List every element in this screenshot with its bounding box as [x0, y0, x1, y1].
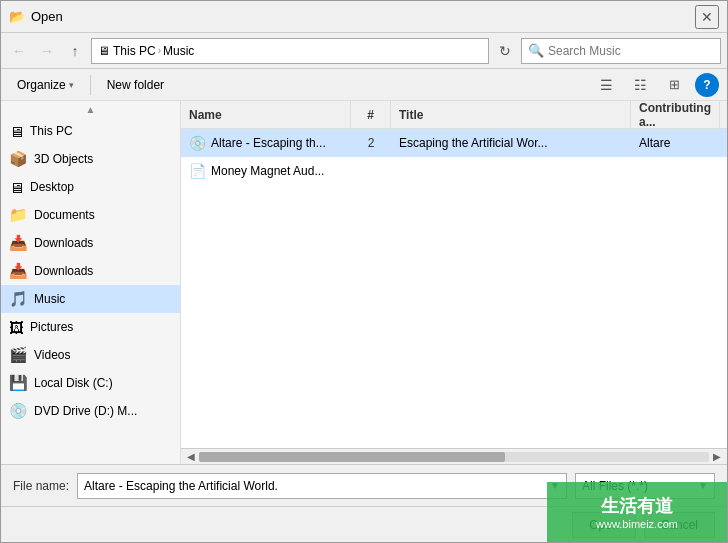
breadcrumb-bar: 🖥 This PC › Music: [91, 38, 489, 64]
hscroll-track[interactable]: [199, 452, 709, 462]
col-header-num[interactable]: #: [351, 101, 391, 128]
file-cell-contrib-2: [631, 157, 727, 184]
sidebar-3d-label: 3D Objects: [34, 152, 93, 166]
sidebar-item-videos[interactable]: 🎬 Videos: [1, 341, 180, 369]
sidebar-local-disk-label: Local Disk (C:): [34, 376, 113, 390]
sidebar-music-label: Music: [34, 292, 65, 306]
breadcrumb-music: Music: [163, 44, 194, 58]
search-icon: 🔍: [528, 43, 544, 58]
search-box: 🔍: [521, 38, 721, 64]
dvd-drive-icon: 💿: [9, 402, 28, 420]
horizontal-scrollbar[interactable]: ◀ ▶: [181, 448, 727, 464]
sidebar-downloads2-label: Downloads: [34, 264, 93, 278]
file-name-label: File name:: [13, 479, 69, 493]
sidebar-item-this-pc[interactable]: 🖥 This PC: [1, 117, 180, 145]
file-cell-num-1: 2: [351, 129, 391, 156]
file-area: Name # Title Contributing a... 💿 Altare: [181, 101, 727, 464]
col-header-contributing[interactable]: Contributing a...: [631, 101, 720, 128]
view-details-icon: ☷: [634, 77, 647, 93]
organize-button[interactable]: Organize ▾: [9, 73, 82, 97]
this-pc-icon: 🖥: [9, 123, 24, 140]
organize-dropdown-arrow: ▾: [69, 80, 74, 90]
sidebar-item-pictures[interactable]: 🖼 Pictures: [1, 313, 180, 341]
file-cell-title-2: [391, 157, 631, 184]
title-bar: 📂 Open ✕: [1, 1, 727, 33]
up-button[interactable]: ↑: [63, 39, 87, 63]
sidebar-item-music[interactable]: 🎵 Music: [1, 285, 180, 313]
documents-icon: 📁: [9, 206, 28, 224]
table-row[interactable]: 📄 Money Magnet Aud...: [181, 157, 727, 185]
dialog-title: Open: [31, 9, 63, 24]
breadcrumb-sep1: ›: [158, 45, 161, 56]
hscroll-thumb: [199, 452, 505, 462]
file-icon-1: 💿: [189, 135, 206, 151]
file-cell-contrib-1: Altare: [631, 129, 727, 156]
view-list-button[interactable]: ☰: [593, 73, 619, 97]
music-icon: 🎵: [9, 290, 28, 308]
sidebar-scroll-up[interactable]: ▲: [1, 101, 180, 117]
col-header-name[interactable]: Name: [181, 101, 351, 128]
file-cell-num-2: [351, 157, 391, 184]
hscroll-left-btn[interactable]: ◀: [183, 450, 199, 464]
address-bar: ← → ↑ 🖥 This PC › Music ↻ 🔍: [1, 33, 727, 69]
sidebar-item-3d-objects[interactable]: 📦 3D Objects: [1, 145, 180, 173]
help-button[interactable]: ?: [695, 73, 719, 97]
this-pc-label[interactable]: This PC: [113, 44, 156, 58]
sidebar-item-documents[interactable]: 📁 Documents: [1, 201, 180, 229]
filename-input-wrapper: ▼: [77, 473, 567, 499]
file-name-1: Altare - Escaping th...: [211, 136, 326, 150]
music-label[interactable]: Music: [163, 44, 194, 58]
view-details-button[interactable]: ☷: [627, 73, 653, 97]
sidebar-item-dvd-drive[interactable]: 💿 DVD Drive (D:) M...: [1, 397, 180, 425]
new-folder-button[interactable]: New folder: [99, 73, 172, 97]
sidebar-dvd-label: DVD Drive (D:) M...: [34, 404, 137, 418]
file-cell-name-1: 💿 Altare - Escaping th...: [181, 129, 351, 156]
toolbar: Organize ▾ New folder ☰ ☷ ⊞ ?: [1, 69, 727, 101]
desktop-icon: 🖥: [9, 179, 24, 196]
hscroll-right-btn[interactable]: ▶: [709, 450, 725, 464]
view-grid-button[interactable]: ⊞: [661, 73, 687, 97]
pc-icon: 🖥: [98, 44, 110, 58]
sidebar-videos-label: Videos: [34, 348, 70, 362]
watermark: 生活有道 www.bimeiz.com: [547, 482, 727, 542]
file-icon-2: 📄: [189, 163, 206, 179]
file-cell-title-1: Escaping the Artificial Wor...: [391, 129, 631, 156]
dialog-icon: 📂: [9, 9, 25, 25]
watermark-line1: 生活有道: [601, 494, 673, 518]
file-list-body: 💿 Altare - Escaping th... 2 Escaping the…: [181, 129, 727, 448]
col-header-title[interactable]: Title: [391, 101, 631, 128]
file-cell-name-2: 📄 Money Magnet Aud...: [181, 157, 351, 184]
sidebar-item-downloads2[interactable]: 📥 Downloads: [1, 257, 180, 285]
close-button[interactable]: ✕: [695, 5, 719, 29]
filename-input[interactable]: [84, 479, 550, 493]
new-folder-label: New folder: [107, 78, 164, 92]
videos-icon: 🎬: [9, 346, 28, 364]
breadcrumb-icon: 🖥 This PC: [98, 44, 156, 58]
downloads1-icon: 📥: [9, 234, 28, 252]
sidebar-item-desktop[interactable]: 🖥 Desktop: [1, 173, 180, 201]
downloads2-icon: 📥: [9, 262, 28, 280]
pictures-icon: 🖼: [9, 319, 24, 336]
sidebar-documents-label: Documents: [34, 208, 95, 222]
file-name-2: Money Magnet Aud...: [211, 164, 324, 178]
watermark-line2: www.bimeiz.com: [596, 518, 678, 530]
search-input[interactable]: [548, 44, 714, 58]
local-disk-icon: 💾: [9, 374, 28, 392]
table-row[interactable]: 💿 Altare - Escaping th... 2 Escaping the…: [181, 129, 727, 157]
sidebar-item-downloads1[interactable]: 📥 Downloads: [1, 229, 180, 257]
view-grid-icon: ⊞: [669, 77, 680, 92]
sidebar-pictures-label: Pictures: [30, 320, 73, 334]
view-list-icon: ☰: [600, 77, 613, 93]
sidebar-this-pc-label: This PC: [30, 124, 73, 138]
main-content: ▲ 🖥 This PC 📦 3D Objects 🖥 Desktop 📁 Doc…: [1, 101, 727, 464]
sidebar-downloads1-label: Downloads: [34, 236, 93, 250]
sidebar-item-local-disk[interactable]: 💾 Local Disk (C:): [1, 369, 180, 397]
file-list-header: Name # Title Contributing a...: [181, 101, 727, 129]
organize-label: Organize: [17, 78, 66, 92]
sidebar-desktop-label: Desktop: [30, 180, 74, 194]
back-button[interactable]: ←: [7, 39, 31, 63]
refresh-button[interactable]: ↻: [493, 39, 517, 63]
forward-button[interactable]: →: [35, 39, 59, 63]
toolbar-separator: [90, 75, 91, 95]
3d-objects-icon: 📦: [9, 150, 28, 168]
